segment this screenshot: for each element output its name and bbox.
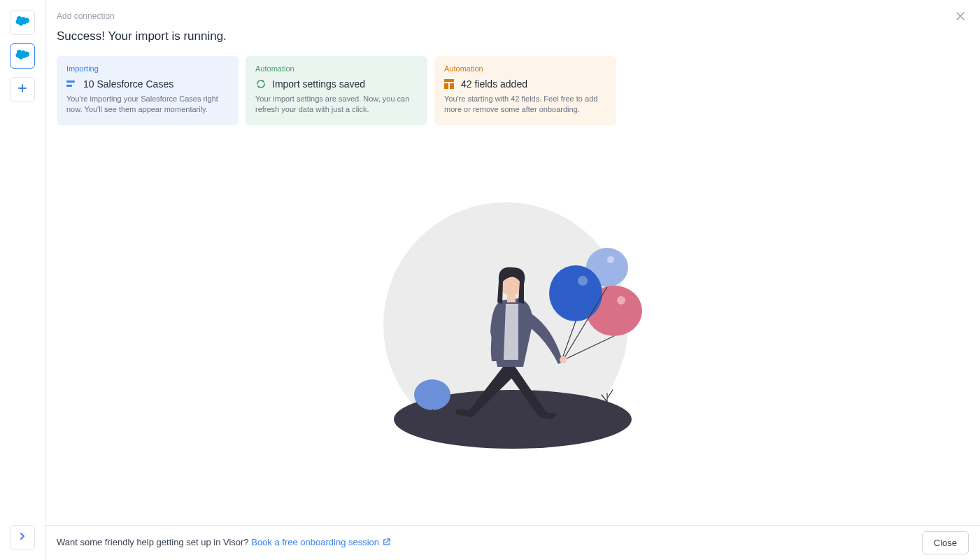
sidebar-connection-2[interactable]: [10, 43, 35, 69]
svg-rect-2: [444, 79, 454, 82]
chevron-right-icon: [17, 531, 27, 544]
page-title: Success! Your import is running.: [57, 29, 969, 43]
card-tag: Automation: [444, 64, 606, 73]
footer: Want some friendly help getting set up i…: [45, 525, 980, 560]
sidebar-connection-1[interactable]: [10, 10, 35, 35]
import-icon: [66, 78, 78, 90]
footer-help-text: Want some friendly help getting set up i…: [57, 537, 251, 547]
svg-rect-1: [66, 85, 72, 87]
svg-point-11: [617, 296, 625, 304]
svg-point-7: [414, 379, 450, 410]
header: Add connection Success! Your import is r…: [45, 0, 980, 50]
card-importing: Importing 10 Salesforce Cases You're imp…: [57, 56, 239, 125]
sidebar-expand[interactable]: [10, 525, 35, 550]
svg-point-9: [607, 256, 614, 263]
refresh-icon: [255, 78, 267, 90]
svg-rect-3: [444, 83, 448, 89]
card-desc: Your import settings are saved. Now, you…: [255, 94, 418, 115]
plus-icon: [17, 83, 27, 96]
svg-point-13: [578, 276, 588, 286]
header-label: Add connection: [57, 11, 969, 21]
svg-rect-0: [66, 80, 75, 83]
card-desc: You're importing your Salesforce Cases r…: [66, 94, 229, 115]
footer-text: Want some friendly help getting set up i…: [57, 537, 391, 549]
sidebar-add-connection[interactable]: [10, 77, 35, 102]
card-title: 42 fields added: [461, 78, 527, 90]
status-cards: Importing 10 Salesforce Cases You're imp…: [45, 50, 980, 125]
close-icon[interactable]: [955, 10, 966, 24]
fields-icon: [444, 78, 455, 90]
external-link-icon: [382, 538, 391, 549]
salesforce-icon: [15, 16, 29, 29]
card-settings-saved: Automation Import settings saved Your im…: [246, 56, 427, 125]
close-button[interactable]: Close: [922, 531, 969, 554]
card-tag: Automation: [255, 64, 418, 73]
onboarding-link[interactable]: Book a free onboarding session: [251, 537, 391, 547]
card-title: Import settings saved: [272, 78, 365, 90]
card-desc: You're starting with 42 fields. Feel fre…: [444, 94, 606, 115]
main-panel: Add connection Success! Your import is r…: [45, 0, 980, 560]
illustration: [45, 125, 980, 525]
svg-rect-4: [450, 83, 454, 89]
svg-point-14: [560, 356, 567, 363]
svg-point-12: [549, 265, 602, 321]
card-tag: Importing: [66, 64, 229, 73]
card-fields-added: Automation 42 fields added You're starti…: [434, 56, 616, 125]
sidebar: [0, 0, 45, 560]
salesforce-icon: [15, 50, 29, 62]
card-title: 10 Salesforce Cases: [83, 78, 173, 90]
